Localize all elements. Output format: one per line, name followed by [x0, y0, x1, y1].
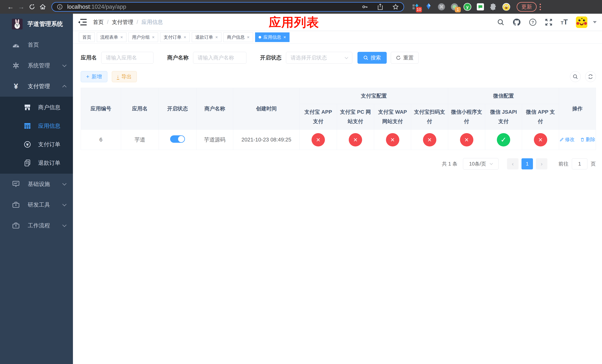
trash-icon: [580, 137, 585, 142]
ext-blue-diamond-icon[interactable]: 10: [411, 3, 420, 11]
app-name-input[interactable]: [101, 52, 153, 64]
user-avatar[interactable]: [576, 16, 587, 28]
caret-down-icon[interactable]: [593, 21, 597, 23]
sidebar-item-payment[interactable]: ¥ 支付管理: [0, 76, 73, 97]
tab-refund-order[interactable]: 退款订单×: [192, 32, 221, 42]
tags-view-bar: 首页 流程表单× 用户分组× 支付订单× 退款订单× 商户信息× 应用信息×: [73, 31, 602, 44]
col-alipay-app: 支付宝 APP 支付: [300, 104, 337, 130]
ext-command-icon[interactable]: ⌘: [437, 3, 446, 11]
status-select[interactable]: 请选择开启状态: [286, 52, 352, 64]
delete-link[interactable]: 删除: [580, 136, 595, 143]
wx-mini-status: ×: [460, 133, 473, 146]
ext-record-icon[interactable]: 1: [450, 3, 459, 11]
page-number-1[interactable]: 1: [521, 158, 533, 169]
tab-home[interactable]: 首页: [79, 32, 95, 42]
col-merchant: 商户名称: [196, 88, 233, 130]
browser-back-button[interactable]: ←: [5, 1, 16, 12]
tab-process-form[interactable]: 流程表单×: [97, 32, 127, 42]
export-button[interactable]: ↓ 导出: [112, 71, 137, 82]
svg-text:y: y: [466, 4, 469, 10]
close-icon[interactable]: ×: [152, 35, 155, 40]
fullscreen-icon[interactable]: [545, 18, 553, 26]
cell-app-id: 6: [81, 130, 121, 150]
sidebar-item-pay-order[interactable]: ¥ 支付订单: [0, 135, 73, 154]
tab-pay-order[interactable]: 支付订单×: [160, 32, 190, 42]
yen-icon: ¥: [12, 82, 20, 91]
bookmark-star-icon[interactable]: [392, 3, 399, 10]
page-size-select[interactable]: 10条/页: [463, 158, 498, 170]
browser-profile-avatar[interactable]: [502, 3, 510, 11]
reload-icon: [29, 4, 35, 10]
status-toggle[interactable]: [170, 135, 185, 143]
site-info-icon[interactable]: [56, 3, 63, 10]
close-icon[interactable]: ×: [283, 35, 286, 40]
add-button[interactable]: + 新增: [81, 71, 107, 82]
sidebar-item-devtools[interactable]: 研发工具: [0, 194, 73, 215]
sidebar-item-infrastructure[interactable]: 基础设施: [0, 174, 73, 194]
alipay-wap-status: ×: [386, 133, 399, 146]
refresh-icon: [396, 55, 401, 60]
ext-chat-icon[interactable]: [476, 3, 484, 11]
cell-created: 2021-10-23 08:49:25: [233, 130, 300, 150]
close-icon[interactable]: ×: [184, 35, 186, 40]
sidebar-logo[interactable]: 芋道管理系统: [0, 14, 73, 34]
reset-button[interactable]: 重置: [391, 52, 419, 64]
tab-user-group[interactable]: 用户分组×: [129, 32, 158, 42]
app-name-label: 应用名: [81, 54, 97, 62]
goto-page-input[interactable]: [572, 158, 587, 169]
logo-rabbit-image: [12, 19, 22, 30]
address-bar[interactable]: localhost:1024/pay/app: [52, 2, 404, 12]
breadcrumb: 首页 / 支付管理 / 应用信息: [93, 19, 163, 26]
sidebar-item-system[interactable]: 系统管理: [0, 55, 73, 76]
help-icon[interactable]: ?: [529, 18, 537, 26]
refresh-table-button[interactable]: [585, 71, 596, 82]
edit-link[interactable]: 修改: [559, 136, 575, 143]
font-size-icon[interactable]: TT: [561, 18, 568, 26]
toolbox-icon: [12, 202, 20, 208]
sidebar-item-app-info[interactable]: 应用信息: [0, 117, 73, 135]
sidebar-item-home[interactable]: 首页: [0, 34, 73, 55]
close-icon[interactable]: ×: [120, 35, 123, 40]
close-icon[interactable]: ×: [215, 35, 218, 40]
password-key-icon[interactable]: [361, 3, 368, 10]
tab-merchant-info[interactable]: 商户信息×: [224, 32, 253, 42]
browser-update-button[interactable]: 更新: [517, 2, 537, 12]
url-text[interactable]: localhost:1024/pay/app: [67, 3, 361, 10]
next-page-button[interactable]: ›: [536, 158, 547, 169]
merchant-name-input[interactable]: [193, 52, 246, 64]
breadcrumb-current: 应用信息: [141, 19, 163, 26]
status-label: 开启状态: [260, 54, 281, 62]
ext-y-green-icon[interactable]: y: [463, 3, 472, 11]
briefcase-icon: [12, 222, 20, 229]
github-icon[interactable]: [513, 18, 521, 26]
tab-app-info[interactable]: 应用信息×: [255, 32, 290, 42]
prev-page-button[interactable]: ‹: [507, 158, 518, 169]
search-form: 应用名 商户名称 开启状态 请选择开启状态 搜索 重置: [81, 52, 596, 64]
sidebar-collapse-icon[interactable]: [78, 19, 87, 26]
search-icon[interactable]: [497, 19, 505, 26]
sidebar-item-refund-order[interactable]: 退款订单: [0, 154, 73, 172]
share-icon[interactable]: [377, 3, 384, 10]
ext-kite-icon[interactable]: [424, 3, 433, 11]
chevron-down-icon: [345, 55, 348, 59]
breadcrumb-payment[interactable]: 支付管理: [112, 19, 133, 26]
svg-text:¥: ¥: [26, 143, 29, 147]
breadcrumb-home[interactable]: 首页: [93, 19, 104, 26]
pay-order-icon: ¥: [23, 141, 32, 148]
browser-reload-button[interactable]: [27, 1, 37, 12]
sidebar-item-workflow[interactable]: 工作流程: [0, 215, 73, 236]
extensions-puzzle-icon[interactable]: [489, 3, 497, 11]
browser-menu-icon[interactable]: [540, 4, 541, 10]
close-icon[interactable]: ×: [247, 35, 249, 40]
sidebar-item-merchant-info[interactable]: 商户信息: [0, 98, 73, 117]
payment-submenu: 商户信息 应用信息 ¥ 支付订单 退款订单: [0, 97, 73, 174]
browser-forward-button[interactable]: →: [16, 1, 27, 12]
refresh-icon: [588, 74, 593, 79]
browser-home-button[interactable]: [37, 1, 48, 12]
search-button[interactable]: 搜索: [357, 52, 387, 64]
col-wx-jsapi: 微信 JSAPI 支付: [485, 104, 522, 130]
toggle-search-button[interactable]: [570, 71, 581, 82]
table-row: 6 芋道 芋道源码 2021-10-23 08:49:25 × × × × × …: [81, 130, 596, 150]
cell-merchant: 芋道源码: [196, 130, 233, 150]
dashboard-icon: [12, 42, 20, 48]
